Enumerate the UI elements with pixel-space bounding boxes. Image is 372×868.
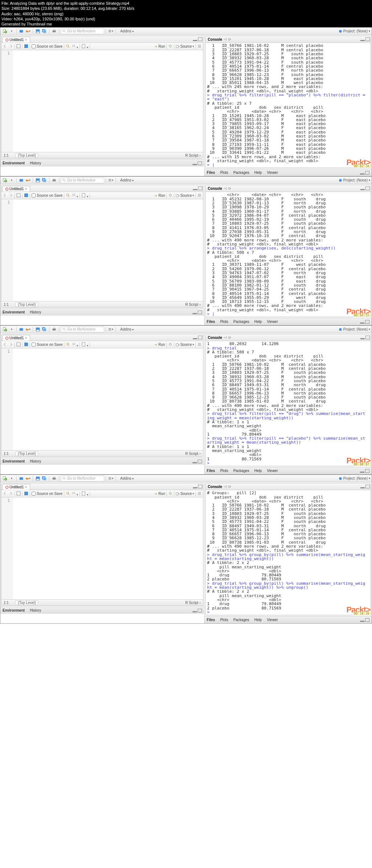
maximize-fp-button[interactable]	[365, 469, 369, 473]
minimize-fp-button[interactable]	[360, 323, 364, 324]
forward-button[interactable]	[9, 193, 13, 198]
minimize-console-button[interactable]	[360, 487, 365, 488]
new-project-button[interactable]	[19, 327, 24, 332]
project-menu[interactable]: Project: (None)	[339, 327, 370, 331]
tab-help[interactable]: Help	[254, 618, 262, 622]
project-menu[interactable]: Project: (None)	[339, 178, 370, 182]
close-tab-button[interactable]: ×	[25, 485, 27, 489]
maximize-bottom-button[interactable]	[198, 311, 202, 314]
outline-button[interactable]	[197, 44, 202, 49]
forward-button[interactable]	[9, 342, 13, 347]
editor-area[interactable]: 1	[1, 50, 203, 152]
goto-file-function-input[interactable]: Go to file/function	[61, 476, 104, 481]
save-all-button[interactable]	[41, 28, 47, 34]
editor-content[interactable]	[12, 199, 203, 301]
rerun-button[interactable]	[168, 342, 173, 347]
editor-area[interactable]: 1	[1, 497, 203, 599]
forward-button[interactable]	[9, 44, 13, 49]
console-output[interactable]: <chr> <date> <chr> <chr> <chr> 1 ID_4523…	[206, 192, 371, 317]
tab-viewer[interactable]: Viewer	[267, 320, 278, 324]
minimize-pane-button[interactable]	[193, 338, 197, 339]
open-file-dropdown[interactable]	[25, 476, 31, 481]
compile-report-button[interactable]	[81, 491, 88, 496]
minimize-console-button[interactable]	[360, 40, 365, 41]
scope-selector[interactable]: (Top Level)	[15, 153, 38, 158]
file-type-selector[interactable]: R Script	[185, 452, 201, 456]
new-file-button[interactable]	[2, 476, 8, 481]
console-clear-icon[interactable]: ⟳	[228, 187, 231, 191]
scope-selector[interactable]: (Top Level)	[15, 302, 38, 307]
tab-help[interactable]: Help	[254, 320, 262, 324]
tab-environment[interactable]: Environment	[3, 161, 25, 165]
addins-menu[interactable]: Addins	[120, 327, 134, 331]
addins-menu[interactable]: Addins	[120, 476, 134, 480]
show-in-new-window-button[interactable]	[16, 342, 21, 347]
console-clear-icon[interactable]: ⟳	[228, 336, 231, 340]
run-button[interactable]: Run	[154, 492, 165, 496]
maximize-pane-button[interactable]	[198, 187, 202, 190]
rerun-button[interactable]	[168, 44, 173, 49]
save-doc-button[interactable]	[24, 342, 28, 347]
scope-selector[interactable]: (Top Level)	[15, 600, 38, 605]
new-file-button[interactable]	[2, 177, 8, 183]
tab-files[interactable]: Files	[207, 171, 215, 175]
tab-plots[interactable]: Plots	[220, 618, 228, 622]
open-file-dropdown[interactable]	[25, 177, 31, 183]
source-button[interactable]: Source	[176, 492, 194, 496]
maximize-fp-button[interactable]	[365, 171, 369, 175]
compile-report-button[interactable]	[81, 44, 88, 49]
file-type-selector[interactable]: R Script	[185, 153, 201, 157]
maximize-fp-button[interactable]	[365, 320, 369, 324]
print-button[interactable]	[51, 28, 57, 34]
console-clear-icon[interactable]: ⟳	[228, 37, 231, 41]
print-button[interactable]	[51, 177, 57, 183]
minimize-bottom-button[interactable]	[193, 313, 197, 314]
minimize-fp-button[interactable]	[360, 472, 364, 473]
source-on-save-checkbox[interactable]: Source on Save	[32, 44, 62, 48]
source-on-save-checkbox[interactable]: Source on Save	[32, 343, 62, 347]
maximize-bottom-button[interactable]	[198, 460, 202, 463]
tab-help[interactable]: Help	[254, 469, 262, 473]
compile-report-button[interactable]	[81, 193, 88, 198]
tab-files[interactable]: Files	[207, 618, 215, 622]
maximize-bottom-button[interactable]	[198, 161, 202, 165]
tab-untitled1[interactable]: Untitled1 ×	[2, 37, 30, 43]
tab-packages[interactable]: Packages	[233, 618, 249, 622]
editor-area[interactable]: 1	[1, 348, 203, 450]
maximize-console-button[interactable]	[365, 336, 370, 339]
save-all-button[interactable]	[41, 327, 47, 332]
outline-button[interactable]	[197, 193, 202, 198]
find-replace-button[interactable]	[66, 44, 70, 49]
minimize-pane-button[interactable]	[193, 487, 197, 488]
compile-report-button[interactable]	[81, 342, 88, 347]
back-button[interactable]	[3, 44, 7, 49]
print-button[interactable]	[51, 327, 57, 332]
tab-plots[interactable]: Plots	[220, 171, 228, 175]
source-button[interactable]: Source	[176, 193, 194, 197]
tab-history[interactable]: History	[30, 608, 41, 612]
tab-packages[interactable]: Packages	[233, 320, 249, 324]
new-file-button[interactable]	[2, 327, 8, 332]
tab-untitled1[interactable]: Untitled1 ×	[2, 186, 30, 192]
grid-button[interactable]	[108, 476, 114, 481]
tab-history[interactable]: History	[30, 161, 41, 165]
tab-viewer[interactable]: Viewer	[267, 469, 278, 473]
back-button[interactable]	[3, 193, 7, 198]
back-button[interactable]	[3, 342, 7, 347]
minimize-pane-button[interactable]	[193, 189, 197, 190]
minimize-console-button[interactable]	[360, 338, 365, 339]
source-on-save-checkbox[interactable]: Source on Save	[32, 492, 62, 496]
minimize-console-button[interactable]	[360, 189, 365, 190]
minimize-fp-button[interactable]	[360, 173, 364, 175]
maximize-fp-button[interactable]	[365, 618, 369, 622]
source-button[interactable]: Source	[176, 44, 194, 48]
maximize-console-button[interactable]	[365, 187, 370, 190]
tab-environment[interactable]: Environment	[3, 459, 25, 463]
tab-plots[interactable]: Plots	[220, 469, 228, 473]
back-button[interactable]	[3, 491, 7, 496]
find-replace-button[interactable]	[66, 491, 70, 496]
console-output[interactable]: 1 ID_50766 1981-10-02 M central placebo …	[206, 43, 371, 168]
minimize-bottom-button[interactable]	[193, 462, 197, 463]
outline-button[interactable]	[197, 491, 202, 496]
code-tools-button[interactable]	[72, 342, 78, 347]
